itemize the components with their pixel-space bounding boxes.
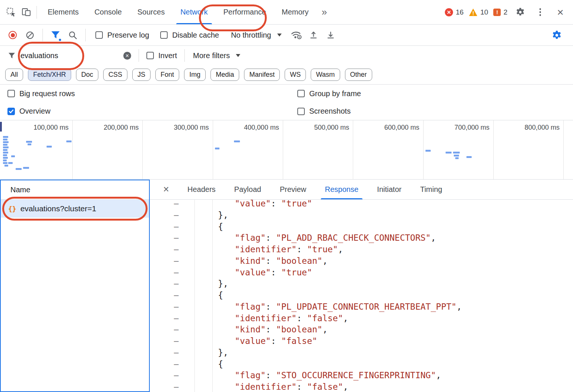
more-filters-button[interactable]: More filters	[193, 51, 240, 60]
type-filter-doc[interactable]: Doc	[76, 69, 98, 81]
error-count: 16	[456, 8, 463, 16]
code-text: "flag": "PL_UPDATE_CONNECTOR_HEARTBEAT_P…	[195, 301, 462, 313]
checkbox[interactable]	[95, 31, 103, 39]
gear-icon-blue	[551, 30, 562, 41]
settings-button[interactable]	[513, 5, 528, 20]
issues-badge[interactable]: ! 2	[493, 8, 507, 16]
timeline-gridline	[142, 120, 143, 179]
code-text: "flag": "STO_OCCURRENCE_FINGERPRINTING",	[195, 370, 441, 381]
big-request-rows-checkbox[interactable]: Big request rows	[7, 89, 75, 98]
console-warnings-badge[interactable]: 10	[469, 8, 488, 16]
checkbox[interactable]	[297, 108, 305, 115]
timeline-request-bar	[454, 155, 459, 157]
import-har-button[interactable]	[306, 28, 321, 42]
clear-filter-icon[interactable]: ×	[123, 52, 131, 60]
devtools-tab-bar: ElementsConsoleSourcesNetworkPerformance…	[0, 0, 573, 25]
code-line: –"flag": "PL_UPDATE_CONNECTOR_HEARTBEAT_…	[150, 301, 573, 313]
timeline-tick-label: 800,000 ms	[496, 124, 560, 132]
invert-checkbox[interactable]: Invert	[146, 51, 177, 60]
timeline-tick-label: 700,000 ms	[425, 124, 490, 132]
tab-memory[interactable]: Memory	[274, 0, 316, 24]
tab-performance[interactable]: Performance	[216, 0, 274, 24]
check-icon	[9, 109, 14, 113]
type-filter-all[interactable]: All	[5, 69, 23, 81]
issues-count: 2	[503, 8, 507, 16]
code-text: {	[195, 290, 223, 301]
tab-network[interactable]: Network	[172, 0, 215, 24]
checkbox-checked[interactable]	[7, 108, 15, 115]
line-marker: –	[150, 267, 195, 278]
close-details-button[interactable]: ×	[159, 184, 173, 195]
code-text: "identifier": "false",	[195, 313, 348, 324]
record-icon	[9, 31, 17, 39]
type-filter-js[interactable]: JS	[132, 69, 151, 81]
filter-input[interactable]	[20, 51, 122, 60]
device-toolbar-button[interactable]	[19, 5, 34, 20]
overview-grip[interactable]	[0, 122, 2, 132]
issues-icon: !	[493, 9, 501, 16]
checkbox[interactable]	[160, 31, 168, 39]
more-tabs-button[interactable]: »	[316, 6, 332, 18]
checkbox[interactable]	[297, 90, 305, 97]
type-filter-media[interactable]: Media	[210, 69, 239, 81]
status-cluster: ✕ 16 10 ! 2 ×	[445, 5, 573, 20]
detail-tab-response[interactable]: Response	[316, 180, 368, 199]
filter-funnel-small-icon	[8, 53, 15, 59]
disable-cache-checkbox[interactable]: Disable cache	[160, 31, 219, 39]
timeline-tick-label: 500,000 ms	[285, 124, 349, 132]
type-filter-wasm[interactable]: Wasm	[311, 69, 340, 81]
checkbox-label: Overview	[19, 107, 50, 116]
timeline-gridline	[213, 120, 213, 179]
type-filter-manifest[interactable]: Manifest	[244, 69, 280, 81]
console-errors-badge[interactable]: ✕ 16	[445, 8, 463, 16]
type-filter-css[interactable]: CSS	[103, 69, 127, 81]
timeline-request-bar	[3, 139, 7, 140]
timeline-request-bar	[425, 150, 431, 152]
timeline-gridline	[353, 120, 353, 179]
type-filter-fetch-xhr[interactable]: Fetch/XHR	[28, 69, 71, 81]
tab-elements[interactable]: Elements	[40, 0, 86, 24]
type-filter-other[interactable]: Other	[345, 69, 372, 81]
detail-tab-preview[interactable]: Preview	[270, 180, 316, 199]
line-marker: –	[150, 301, 195, 313]
filter-active-dot	[59, 39, 61, 41]
network-settings-button[interactable]	[549, 28, 564, 42]
throttling-select[interactable]: No throttling	[231, 31, 282, 39]
code-line: –},	[150, 278, 573, 290]
type-filter-ws[interactable]: WS	[285, 69, 306, 81]
tab-sources[interactable]: Sources	[130, 0, 172, 24]
type-filter-img[interactable]: Img	[184, 69, 206, 81]
clear-button[interactable]	[22, 28, 37, 42]
screenshots-checkbox[interactable]: Screenshots	[297, 107, 351, 116]
overview-timeline[interactable]: 100,000 ms200,000 ms300,000 ms400,000 ms…	[0, 120, 573, 180]
name-column-header[interactable]: Name	[1, 180, 149, 200]
record-button[interactable]	[5, 28, 20, 42]
request-row[interactable]: {}evaluations?cluster=1	[1, 200, 149, 218]
detail-tab-initiator[interactable]: Initiator	[368, 180, 411, 199]
menu-button[interactable]	[533, 5, 548, 20]
filter-funnel-icon	[51, 31, 60, 39]
checkbox[interactable]	[146, 52, 154, 59]
detail-tab-headers[interactable]: Headers	[178, 180, 225, 199]
code-text: "identifier": "false",	[195, 381, 348, 392]
network-conditions-button[interactable]	[289, 28, 304, 42]
preserve-log-checkbox[interactable]: Preserve log	[95, 31, 149, 39]
timeline-request-bar	[3, 136, 8, 138]
line-marker: –	[150, 370, 195, 381]
code-line: –},	[150, 209, 573, 221]
timeline-request-bar	[3, 154, 7, 156]
search-button[interactable]	[65, 28, 80, 42]
close-devtools-button[interactable]: ×	[553, 5, 568, 20]
timeline-request-bar	[446, 152, 452, 154]
type-filter-font[interactable]: Font	[155, 69, 179, 81]
inspect-element-button[interactable]	[4, 5, 19, 20]
response-body[interactable]: –"value": "true"–},–{–"flag": "PL_ADD_RB…	[150, 200, 573, 392]
filter-toggle-button[interactable]	[48, 28, 63, 42]
detail-tab-payload[interactable]: Payload	[225, 180, 270, 199]
detail-tab-timing[interactable]: Timing	[411, 180, 452, 199]
tab-console[interactable]: Console	[86, 0, 129, 24]
group-by-frame-checkbox[interactable]: Group by frame	[297, 89, 361, 98]
checkbox[interactable]	[7, 90, 15, 97]
overview-checkbox[interactable]: Overview	[7, 107, 50, 116]
export-har-button[interactable]	[323, 28, 338, 42]
